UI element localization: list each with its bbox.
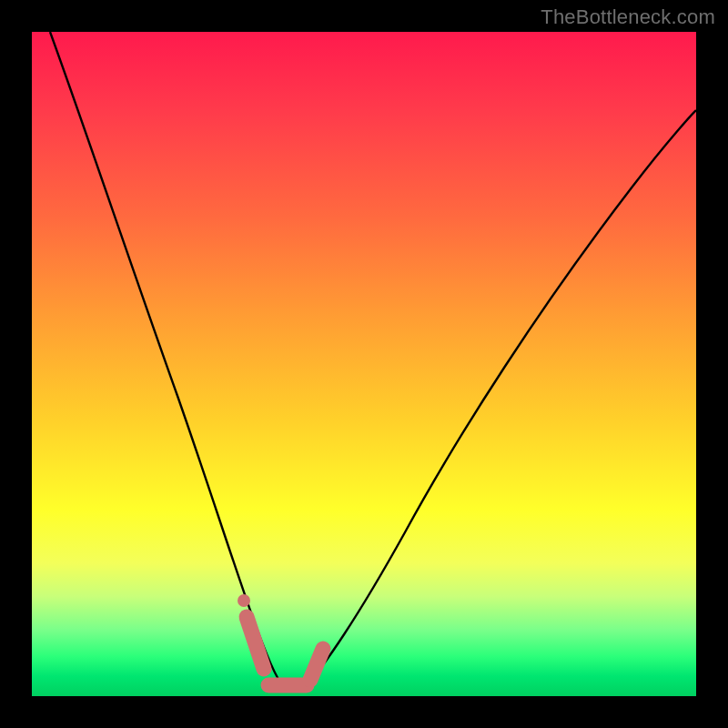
bottleneck-curve bbox=[50, 32, 696, 689]
marker-band bbox=[247, 617, 323, 685]
watermark-text: TheBottleneck.com bbox=[541, 5, 715, 29]
chart-frame: TheBottleneck.com bbox=[0, 0, 728, 728]
chart-plot-area bbox=[32, 32, 696, 696]
chart-svg bbox=[32, 32, 696, 696]
marker-dot bbox=[238, 594, 250, 607]
